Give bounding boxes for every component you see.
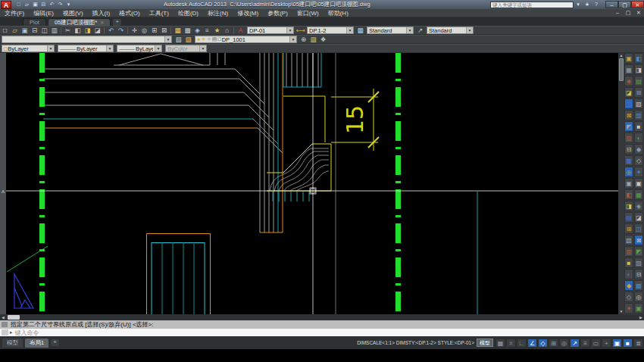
layer-state-icon[interactable]: ❖: [318, 36, 328, 44]
cad-tool-icon[interactable]: ◐: [624, 269, 633, 279]
layer-tool-icon[interactable]: ▧: [174, 36, 183, 44]
cad-tool-icon[interactable]: ▩: [624, 155, 633, 166]
model-canvas[interactable]: 15: [6, 53, 618, 314]
color-combo[interactable]: □ ByLayer▼: [2, 45, 55, 52]
cad-tool-icon[interactable]: ◩: [624, 121, 633, 132]
cad-tool-icon[interactable]: ▥: [624, 246, 633, 257]
cad-tool-icon[interactable]: ▧: [634, 98, 643, 109]
cad-tool-icon[interactable]: ⊞: [634, 87, 643, 98]
infocenter-icon[interactable]: ★: [583, 2, 592, 8]
cad-tool-icon[interactable]: ◩: [634, 246, 643, 257]
standard-toolbar-icon[interactable]: ◨: [83, 27, 92, 35]
cad-tool-icon[interactable]: ▤: [624, 212, 633, 223]
cad-tool-icon[interactable]: ▦: [624, 64, 633, 75]
standard-toolbar-icon[interactable]: ✂: [63, 27, 73, 35]
cad-tool-icon[interactable]: ⊟: [634, 269, 643, 279]
cad-tool-icon[interactable]: ▣: [624, 53, 633, 64]
cad-tool-icon[interactable]: ▤: [634, 76, 643, 86]
cad-tool-icon[interactable]: ◈: [624, 76, 633, 86]
scroll-left-icon[interactable]: ◀: [0, 315, 6, 320]
menu-item[interactable]: 修改(M): [233, 9, 263, 17]
standard-toolbar-icon[interactable]: ⊞: [149, 27, 159, 35]
status-toggle-icon[interactable]: ▦: [496, 339, 505, 348]
layer-state-icon[interactable]: ⊕: [299, 36, 308, 44]
status-toggle-icon[interactable]: ⌗: [506, 339, 516, 348]
cad-tool-icon[interactable]: ■: [624, 257, 633, 268]
add-layout-button[interactable]: +: [51, 339, 59, 346]
mleader-style-combo[interactable]: Standard▼: [427, 27, 474, 34]
infocenter-icon[interactable]: ?: [592, 2, 601, 8]
text-style-combo[interactable]: DP-01▼: [247, 27, 294, 34]
status-toggle-icon[interactable]: ▭: [591, 339, 601, 348]
menu-item[interactable]: 插入(I): [88, 9, 115, 17]
menu-item[interactable]: 窗口(W): [292, 9, 324, 17]
cad-tool-icon[interactable]: ◆: [634, 144, 643, 154]
qat-icon[interactable]: □: [14, 2, 23, 8]
layout-tab[interactable]: 布局1: [25, 339, 48, 348]
standard-toolbar-icon[interactable]: ★: [212, 27, 222, 35]
hscroll-thumb[interactable]: [8, 315, 20, 320]
status-toggle-icon[interactable]: ↗: [570, 339, 580, 348]
horizontal-scrollbar[interactable]: ◀ ▶: [0, 314, 644, 320]
standard-toolbar-icon[interactable]: ↷: [116, 27, 126, 35]
standard-toolbar-icon[interactable]: ◪: [92, 27, 102, 35]
wrench-icon[interactable]: [2, 329, 8, 335]
layer-status-icon[interactable]: □: [217, 36, 220, 42]
scroll-up-icon[interactable]: ▲: [620, 53, 624, 58]
status-toggle-icon[interactable]: ■: [623, 339, 633, 348]
file-tab-inactive[interactable]: Plot: [23, 18, 46, 26]
status-toggle-icon[interactable]: ▣: [612, 339, 622, 348]
status-toggle-icon[interactable]: +: [602, 339, 611, 348]
standard-toolbar-icon[interactable]: ↶: [106, 27, 116, 35]
layer-state-icon[interactable]: ▨: [308, 36, 318, 44]
cad-tool-icon[interactable]: ◫: [634, 223, 643, 234]
tab-close-icon[interactable]: ✕: [100, 20, 104, 25]
layer-status-icon[interactable]: ●: [197, 36, 200, 42]
cad-tool-icon[interactable]: ✦: [634, 167, 643, 177]
table-style-combo[interactable]: Standard▼: [367, 27, 414, 34]
cad-tool-icon[interactable]: ◫: [624, 98, 633, 109]
standard-toolbar-icon[interactable]: ▥: [49, 27, 59, 35]
cad-tool-icon[interactable]: ◇: [624, 292, 633, 302]
standard-toolbar-icon[interactable]: ✛: [130, 27, 139, 35]
menu-item[interactable]: 工具(T): [145, 9, 174, 17]
cad-tool-icon[interactable]: ◧: [634, 53, 643, 64]
layer-status-icon[interactable]: ☀: [207, 36, 211, 42]
cad-tool-icon[interactable]: ◨: [634, 64, 643, 75]
new-tab-button[interactable]: +: [113, 19, 121, 26]
cad-tool-icon[interactable]: ✦: [624, 303, 633, 314]
menu-item[interactable]: 帮助(H): [324, 9, 353, 17]
standard-toolbar-icon[interactable]: ◎: [139, 27, 149, 35]
scroll-down-icon[interactable]: ▼: [620, 309, 624, 314]
qat-icon[interactable]: ↶: [48, 2, 56, 8]
workspace-combo[interactable]: ▼: [2, 36, 172, 43]
file-tab-active[interactable]: 05建口吧顶棚图*✕: [48, 18, 111, 26]
cad-tool-icon[interactable]: ▣: [634, 178, 643, 189]
cad-tool-icon[interactable]: ▨: [624, 133, 633, 143]
standard-toolbar-icon[interactable]: ▣: [20, 27, 30, 35]
infocenter-search-input[interactable]: [490, 2, 574, 8]
model-mode-button[interactable]: 模型: [477, 339, 493, 347]
standard-toolbar-icon[interactable]: ▦: [173, 27, 183, 35]
menu-item[interactable]: 文件(F): [0, 9, 29, 17]
status-toggle-icon[interactable]: ◎: [559, 339, 569, 348]
standard-toolbar-icon[interactable]: ≡: [202, 27, 212, 35]
cad-tool-icon[interactable]: ◎: [624, 167, 633, 177]
qat-icon[interactable]: ▣: [31, 2, 39, 8]
cad-tool-icon[interactable]: ▣: [624, 178, 633, 189]
menu-item[interactable]: 绘图(D): [174, 9, 203, 17]
status-toggle-icon[interactable]: ∠: [527, 339, 537, 348]
autocad-logo-icon[interactable]: A: [1, 1, 11, 9]
doc-minimize-button[interactable]: –: [612, 10, 623, 16]
layer-status-icon[interactable]: ☀: [201, 36, 205, 42]
dim-style-combo[interactable]: DP.1-2▼: [307, 27, 354, 34]
cad-tool-icon[interactable]: ▥: [634, 110, 643, 120]
cad-tool-icon[interactable]: ▧: [624, 235, 633, 245]
cad-tool-icon[interactable]: ▣: [634, 303, 643, 314]
qat-icon[interactable]: ↷: [56, 2, 64, 8]
qat-icon[interactable]: ⊟: [39, 2, 48, 8]
layer-combo[interactable]: ●☀☀▤□ DP_1001▼: [195, 36, 297, 43]
standard-toolbar-icon[interactable]: ▩: [183, 27, 192, 35]
standard-toolbar-icon[interactable]: ⊟: [30, 27, 39, 35]
cad-tool-icon[interactable]: ◇: [634, 155, 643, 166]
